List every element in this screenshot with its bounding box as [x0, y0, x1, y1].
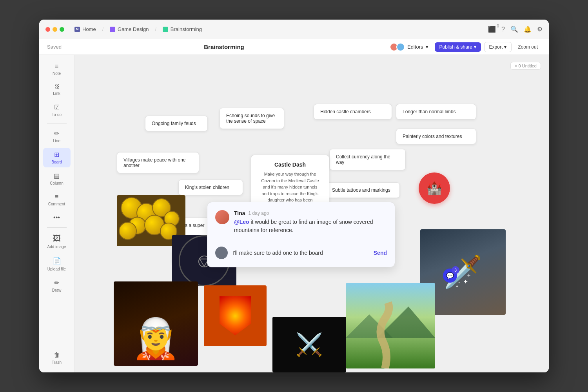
woman-emoji: 🧝 [131, 316, 180, 362]
board-icon: ⊞ [54, 151, 59, 158]
tablet-icon: ⬛ [488, 25, 496, 33]
image-woman[interactable]: 🧝 [114, 281, 198, 366]
card-kings-stolen[interactable]: King's stolen children [178, 180, 243, 195]
arrows-emoji: ⚔️ [296, 332, 323, 358]
link-icon: ⛓ [54, 83, 60, 90]
sidebar-item-note[interactable]: ≡ Note [43, 60, 71, 79]
sidebar-item-add-image[interactable]: 🖼 Add image [43, 231, 71, 252]
publish-chevron-icon: ▾ [474, 44, 476, 50]
home-tab-icon: M [74, 27, 80, 32]
sidebar-item-line[interactable]: ✏ Line [43, 127, 71, 146]
comment-circle[interactable]: 💬 3 [443, 269, 457, 283]
tablet-badge: 0 [497, 24, 499, 28]
tina-comment-content: Tina 1 day ago @Leo it would be great to… [234, 210, 387, 234]
untitled-label: 0 Untitled [519, 64, 537, 68]
traffic-lights [45, 27, 64, 32]
search-icon[interactable]: 🔍 [510, 25, 518, 33]
card-subtle-tattoos[interactable]: Subtle tattoos and markings [325, 182, 400, 198]
menubar: Saved Brainstorming Editors ▾ Publish & … [39, 39, 549, 55]
bell-icon[interactable]: 🔔 [524, 25, 532, 33]
card-echoing-sounds[interactable]: Echoing sounds to give the sense of spac… [220, 108, 284, 129]
editors-button[interactable]: Editors ▾ [387, 41, 431, 53]
comment-label: Comment [48, 202, 65, 206]
sidebar-item-board[interactable]: ⊞ Board [43, 148, 71, 167]
image-shield[interactable] [204, 285, 267, 346]
line-icon: ✏ [54, 130, 59, 137]
column-icon: ▤ [54, 172, 60, 180]
close-button[interactable] [45, 27, 50, 32]
editor-avatars [390, 43, 405, 51]
menubar-actions: Editors ▾ Publish & share ▾ Export ▾ Zoo… [387, 41, 541, 53]
sidebar-divider-1 [47, 123, 67, 123]
add-image-label: Add image [47, 245, 66, 249]
settings-icon[interactable]: ⚙ [537, 25, 543, 33]
comment-item-tina: Tina 1 day ago @Leo it would be great to… [215, 210, 387, 234]
nav-separator-1: / [102, 27, 103, 32]
card-ongoing-family-feuds[interactable]: Ongoing family feuds [145, 116, 208, 131]
sidebar-item-todo[interactable]: ☑ To-do [43, 100, 71, 120]
zoom-out-button[interactable]: Zoom out [515, 42, 541, 52]
publish-button[interactable]: Publish & share ▾ [435, 42, 481, 52]
todo-label: To-do [52, 113, 62, 117]
tab-home-label: Home [82, 26, 96, 32]
sidebar-item-comment[interactable]: ≡ Comment [43, 190, 71, 209]
trash-label: Trash [52, 360, 62, 365]
sidebar: ≡ Note ⛓ Link ☑ To-do ✏ Line ⊞ Board ▤ [39, 55, 74, 372]
card-hidden-castle-chambers[interactable]: Hidden castle chambers [314, 104, 392, 120]
shield-visual [204, 285, 267, 346]
castle-icon-circle[interactable]: 🏰 [419, 172, 450, 204]
note-icon: ≡ [55, 63, 58, 70]
reply-text: I'll make sure to add one to the board [232, 250, 369, 256]
comment-count: 3 [454, 268, 457, 272]
sidebar-item-upload-file[interactable]: 📄 Upload file [43, 254, 71, 274]
comment-header: Tina 1 day ago [234, 210, 387, 216]
tab-gamedesign[interactable]: Game Design [106, 25, 152, 34]
castle-icon: 🏰 [426, 181, 442, 196]
nav-separator-2: / [155, 27, 156, 32]
card-text: Hidden castle chambers [320, 109, 371, 114]
upload-file-label: Upload file [47, 267, 66, 271]
card-text: Ongoing family feuds [152, 121, 196, 126]
draw-label: Draw [52, 288, 61, 292]
export-button[interactable]: Export ▾ [484, 42, 512, 52]
tab-brainstorming[interactable]: Brainstorming [159, 25, 206, 34]
image-ring[interactable]: ⚔️ [272, 317, 346, 372]
editors-label: Editors [407, 44, 423, 50]
card-text: Villages make peace with one another [123, 157, 186, 168]
sidebar-item-trash[interactable]: 🗑 Trash [43, 348, 71, 368]
comment-notification[interactable]: 💬 3 [443, 269, 457, 283]
draw-icon: ✏ [54, 279, 59, 287]
tablet-icon-container[interactable]: ⬛ 0 [488, 25, 496, 33]
comment-text: @Leo it would be great to find an image … [234, 218, 387, 234]
card-collect-currency[interactable]: Collect currency along the way [329, 149, 406, 170]
canvas[interactable]: 0 Untitled Ongoing family feuds Echoing … [74, 55, 549, 372]
editors-chevron-icon: ▾ [426, 44, 428, 50]
sidebar-item-link[interactable]: ⛓ Link [43, 80, 71, 99]
comment-badge: 3 [452, 266, 459, 274]
send-button[interactable]: Send [374, 250, 387, 256]
tina-avatar [215, 210, 229, 224]
image-nature[interactable] [346, 283, 435, 368]
help-icon[interactable]: ? [501, 26, 505, 33]
tab-home[interactable]: M Home [71, 25, 100, 34]
link-label: Link [53, 91, 60, 96]
sidebar-item-column[interactable]: ▤ Column [43, 169, 71, 189]
note-label: Note [53, 71, 61, 76]
nav-tabs: M Home / Game Design / Brainstorming [71, 25, 488, 34]
sidebar-divider-2 [47, 227, 67, 228]
minimize-button[interactable] [53, 27, 57, 32]
comment-reply-area: I'll make sure to add one to the board S… [215, 241, 387, 259]
board-title: Brainstorming [62, 44, 387, 50]
card-longer-than-normal-limbs[interactable]: Longer than normal limbs [396, 104, 476, 120]
card-villages-peace[interactable]: Villages make peace with one another [117, 152, 199, 173]
sidebar-item-more[interactable]: ••• [43, 211, 71, 224]
card-painterly-colors[interactable]: Painterly colors and textures [396, 129, 476, 144]
sidebar-item-draw[interactable]: ✏ Draw [43, 276, 71, 296]
untitled-dot [515, 65, 517, 67]
reply-avatar [215, 247, 228, 259]
maximize-button[interactable] [60, 27, 64, 32]
upload-file-icon: 📄 [53, 257, 61, 265]
comment-icon: ≡ [55, 193, 58, 200]
column-label: Column [50, 181, 63, 185]
todo-icon: ☑ [54, 103, 60, 111]
